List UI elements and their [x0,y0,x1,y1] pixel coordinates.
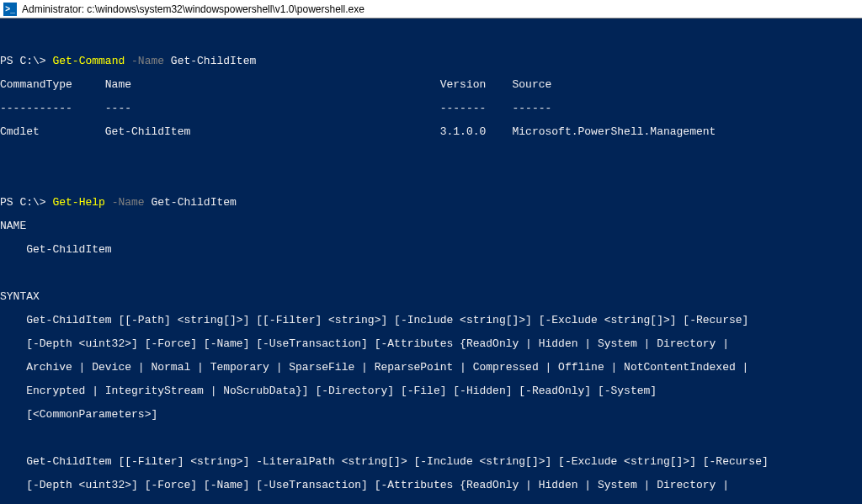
help-name-value: Get-ChildItem [0,244,862,256]
help-syntax-header: SYNTAX [0,291,862,303]
command-line-2: PS C:\> Get-Help -Name Get-ChildItem [0,197,862,209]
help-syntax-line: [-Depth <uint32>] [-Force] [-Name] [-Use… [0,480,862,491]
command-line-1: PS C:\> Get-Command -Name Get-ChildItem [0,56,862,67]
help-syntax-line: [<CommonParameters>] [0,409,862,421]
help-syntax-line: Archive | Device | Normal | Temporary | … [0,362,862,374]
table-header: CommandType Name Version Source [0,79,862,91]
terminal-output[interactable]: PS C:\> Get-Command -Name Get-ChildItem … [0,19,862,504]
powershell-icon: >_ [3,3,17,16]
window-titlebar[interactable]: >_ Administrator: c:\windows\system32\wi… [0,0,862,19]
table-row: Cmdlet Get-ChildItem 3.1.0.0 Microsoft.P… [0,126,862,138]
help-name-header: NAME [0,220,862,232]
table-header-underline: ----------- ---- ------- ------ [0,103,862,114]
help-syntax-line: [-Depth <uint32>] [-Force] [-Name] [-Use… [0,338,862,350]
help-syntax-line: Get-ChildItem [[-Path] <string[]>] [[-Fi… [0,315,862,326]
help-syntax-line: Get-ChildItem [[-Filter] <string>] -Lite… [0,456,862,468]
window-title: Administrator: c:\windows\system32\windo… [22,3,364,15]
help-syntax-line: Encrypted | IntegrityStream | NoScrubDat… [0,385,862,397]
